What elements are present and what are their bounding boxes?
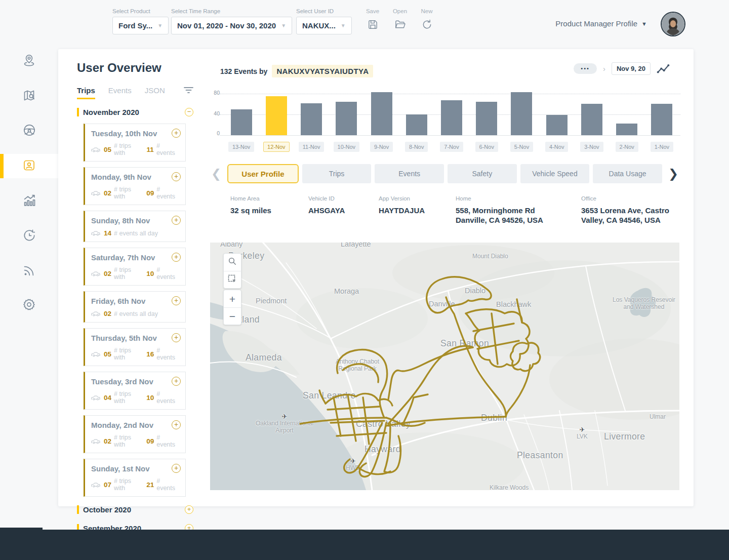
sidebar-item-user-profile[interactable] <box>0 154 58 178</box>
chart-bar-12-nov[interactable] <box>266 96 287 135</box>
expand-day-icon[interactable]: + <box>172 420 181 429</box>
chart-bar-11-nov[interactable] <box>301 103 322 135</box>
sidebar-item-driving[interactable] <box>0 119 58 143</box>
chart-x-label-8-nov[interactable]: 8-Nov <box>405 142 428 152</box>
trips-tab-json[interactable]: JSON <box>145 86 165 99</box>
chart-x-label-9-nov[interactable]: 9-Nov <box>370 142 393 152</box>
tab-events[interactable]: Events <box>375 164 444 183</box>
map-marquee-select-button[interactable] <box>224 271 241 288</box>
day-count: 05 <box>104 350 111 358</box>
chart-bar-10-nov[interactable] <box>336 102 357 135</box>
expand-day-icon[interactable]: + <box>172 464 181 473</box>
expand-day-icon[interactable]: + <box>172 333 181 342</box>
chart-x-label-7-nov[interactable]: 7-Nov <box>440 142 463 152</box>
sidebar-item-map-search[interactable] <box>0 84 58 108</box>
expand-day-icon[interactable]: + <box>172 172 181 181</box>
avatar[interactable] <box>662 13 684 35</box>
trip-day-card[interactable]: Saturday, 7th Nov + 02# trips with10# ev… <box>84 248 186 286</box>
scroll-right-icon[interactable]: ❯ <box>667 168 679 180</box>
tab-data-usage[interactable]: Data Usage <box>593 164 662 183</box>
profile-menu[interactable]: Product Manager Profile ▼ <box>555 19 647 28</box>
day-title: Sunday, 1st Nov <box>91 464 180 473</box>
trip-day-card[interactable]: Monday, 2nd Nov + 02# trips with09# even… <box>84 415 186 453</box>
trip-day-card[interactable]: Thursday, 5th Nov + 05# trips with16# ev… <box>84 328 186 366</box>
chevron-down-icon: ▼ <box>281 23 286 28</box>
trip-day-card[interactable]: Monday, 9th Nov + 02# trips with09# even… <box>84 167 186 205</box>
user-id-badge[interactable]: NAKUXVYATSYAIUDTYA <box>272 65 373 77</box>
chart-x-label-12-nov[interactable]: 12-Nov <box>263 142 289 152</box>
chart-x-label-5-nov[interactable]: 5-Nov <box>510 142 533 152</box>
save-icon[interactable] <box>367 19 379 31</box>
trip-day-card[interactable]: Tuesday, 3rd Nov + 04# trips with10# eve… <box>84 372 186 410</box>
map-zoom-search-button[interactable] <box>224 254 241 271</box>
chart-bar-2-nov[interactable] <box>616 124 637 135</box>
date-chip[interactable]: Nov 9, 20 <box>612 62 651 75</box>
chart-x-label-1-nov[interactable]: 1-Nov <box>651 142 673 152</box>
product-select[interactable]: Ford Sy... ▼ <box>112 17 169 34</box>
chart-bar-13-nov[interactable] <box>231 109 252 135</box>
open-label: Open <box>393 8 407 14</box>
trip-day-card[interactable]: Sunday, 8th Nov + 14# events all day <box>84 211 186 242</box>
expand-day-icon[interactable]: + <box>172 377 181 386</box>
chart-bar-6-nov[interactable] <box>476 102 497 135</box>
info-field-value: HAYTDAJUA <box>379 206 425 215</box>
sidebar-item-analytics[interactable] <box>0 189 58 214</box>
more-options-button[interactable]: ••• <box>574 63 597 74</box>
filter-icon[interactable] <box>184 87 193 99</box>
chart-x-cell: 1-Nov <box>644 142 679 152</box>
trip-day-card[interactable]: Tuesday, 10th Nov + 05# trips with11# ev… <box>84 124 186 162</box>
map-select-controls <box>223 253 241 289</box>
chart-x-label-13-nov[interactable]: 13-Nov <box>228 142 254 152</box>
day-count: 16 <box>146 350 154 358</box>
chart-bar-9-nov[interactable] <box>371 92 392 135</box>
zoom-in-button[interactable]: + <box>224 290 241 307</box>
tab-vehicle-speed[interactable]: Vehicle Speed <box>520 164 590 183</box>
trip-day-card[interactable]: Friday, 6th Nov + 02# events all day <box>84 291 186 323</box>
expand-day-icon[interactable]: + <box>172 296 181 305</box>
profile-menu-label: Product Manager Profile <box>555 19 637 28</box>
sidebar-item-connectivity[interactable] <box>0 259 58 284</box>
chart-bar-8-nov[interactable] <box>406 114 427 135</box>
trips-tab-events[interactable]: Events <box>108 86 132 99</box>
expand-day-icon[interactable]: + <box>172 129 181 138</box>
open-icon[interactable] <box>394 19 406 31</box>
plane-icon: ✈ <box>256 413 313 420</box>
tab-trips[interactable]: Trips <box>302 164 372 183</box>
tab-safety[interactable]: Safety <box>448 164 517 183</box>
month-toggle-icon[interactable]: − <box>185 108 193 116</box>
trend-chart-icon[interactable] <box>657 63 670 75</box>
car-icon <box>91 395 100 401</box>
chart-x-label-6-nov[interactable]: 6-Nov <box>475 142 498 152</box>
month-toggle-icon[interactable]: + <box>185 505 193 514</box>
sidebar-item-history[interactable] <box>0 224 58 249</box>
scroll-left-icon[interactable]: ❮ <box>210 168 222 180</box>
info-field-label: Home <box>456 195 543 202</box>
chart-x-label-3-nov[interactable]: 3-Nov <box>580 142 603 152</box>
chart-x-label-11-nov[interactable]: 11-Nov <box>299 142 325 152</box>
time-range-select[interactable]: Nov 01, 2020 - Nov 30, 2020 ▼ <box>171 17 292 34</box>
zoom-out-button[interactable]: − <box>224 307 241 325</box>
sidebar-item-settings[interactable] <box>0 293 58 317</box>
chart-bar-5-nov[interactable] <box>511 92 532 135</box>
chart-x-label-4-nov[interactable]: 4-Nov <box>545 142 568 152</box>
chart-x-label-10-nov[interactable]: 10-Nov <box>334 142 359 152</box>
trip-day-card[interactable]: Sunday, 1st Nov + 07# trips with21# even… <box>84 459 186 497</box>
month-row-november-2020[interactable]: November 2020 − <box>77 106 193 118</box>
chart-bar-1-nov[interactable] <box>651 104 672 135</box>
tab-user-profile[interactable]: User Profile <box>227 164 299 183</box>
expand-day-icon[interactable]: + <box>172 253 181 262</box>
new-icon[interactable] <box>421 19 433 31</box>
chart-bar-7-nov[interactable] <box>441 100 462 135</box>
expand-day-icon[interactable]: + <box>172 216 181 225</box>
chart-bar-4-nov[interactable] <box>546 115 568 135</box>
trips-tab-trips[interactable]: Trips <box>77 86 95 99</box>
user-id-select[interactable]: NAKUX... ▼ <box>296 17 352 34</box>
info-field-label: Home Area <box>230 195 271 202</box>
sidebar-item-locations[interactable] <box>0 49 58 73</box>
chart-x-label-2-nov[interactable]: 2-Nov <box>616 142 638 152</box>
chart-bar-3-nov[interactable] <box>581 104 602 135</box>
map-label-blackhawk: Blackhawk <box>496 300 531 308</box>
trip-map[interactable]: AlbanyBerkeleyLafayetteMount DiabloMorag… <box>210 243 679 490</box>
car-icon <box>91 438 100 444</box>
month-row-october-2020[interactable]: October 2020 + <box>77 503 193 515</box>
